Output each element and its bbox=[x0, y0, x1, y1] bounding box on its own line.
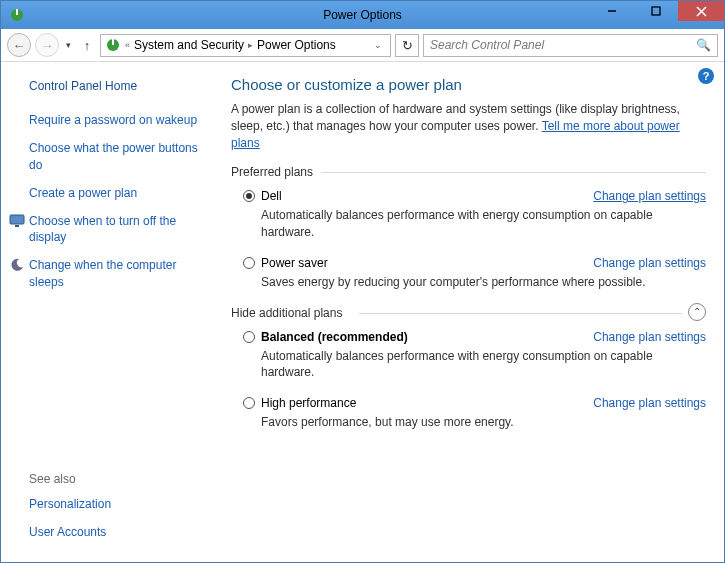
sidebar-power-buttons[interactable]: Choose what the power buttons do bbox=[29, 140, 211, 172]
plan-radio-balanced[interactable] bbox=[243, 331, 255, 343]
breadcrumb-sep-icon: ▸ bbox=[246, 40, 255, 50]
svg-rect-9 bbox=[15, 225, 19, 227]
plan-radio-power-saver[interactable] bbox=[243, 257, 255, 269]
control-panel-icon bbox=[105, 37, 121, 53]
address-dropdown-icon[interactable]: ⌄ bbox=[370, 40, 386, 50]
svg-rect-8 bbox=[10, 215, 24, 224]
refresh-button[interactable]: ↻ bbox=[395, 34, 419, 57]
up-button[interactable]: ↑ bbox=[78, 36, 96, 54]
hide-additional-plans-label: Hide additional plans ⌃ bbox=[231, 306, 706, 320]
breadcrumb-seg-2[interactable]: Power Options bbox=[257, 38, 336, 52]
svg-rect-3 bbox=[652, 7, 660, 15]
control-panel-home-link[interactable]: Control Panel Home bbox=[29, 78, 211, 94]
svg-rect-7 bbox=[112, 39, 114, 45]
change-plan-settings-link[interactable]: Change plan settings bbox=[593, 189, 706, 203]
plan-name: Power saver bbox=[261, 256, 328, 270]
sidebar-create-plan[interactable]: Create a power plan bbox=[29, 185, 211, 201]
change-plan-settings-link[interactable]: Change plan settings bbox=[593, 396, 706, 410]
plan-name: High performance bbox=[261, 396, 356, 410]
sidebar-require-password[interactable]: Require a password on wakeup bbox=[29, 112, 211, 128]
see-also-user-accounts[interactable]: User Accounts bbox=[29, 524, 211, 540]
plan-radio-high-performance[interactable] bbox=[243, 397, 255, 409]
page-description: A power plan is a collection of hardware… bbox=[231, 101, 706, 151]
sidebar-sleep[interactable]: Change when the computer sleeps bbox=[29, 257, 211, 289]
plan-name: Balanced (recommended) bbox=[261, 330, 408, 344]
history-dropdown[interactable]: ▾ bbox=[63, 40, 74, 50]
preferred-plans-label: Preferred plans bbox=[231, 165, 706, 179]
collapse-icon[interactable]: ⌃ bbox=[688, 303, 706, 321]
see-also-label: See also bbox=[29, 472, 211, 486]
window-title: Power Options bbox=[323, 8, 402, 22]
address-bar[interactable]: « System and Security ▸ Power Options ⌄ bbox=[100, 34, 391, 57]
plan-power-saver: Power saver Change plan settings Saves e… bbox=[243, 256, 706, 290]
plan-dell: Dell Change plan settings Automatically … bbox=[243, 189, 706, 239]
plan-name: Dell bbox=[261, 189, 282, 203]
breadcrumb-sep-icon: « bbox=[123, 40, 132, 50]
main-content: Choose or customize a power plan A power… bbox=[221, 62, 724, 562]
close-button[interactable] bbox=[678, 1, 724, 21]
forward-button[interactable]: → bbox=[35, 33, 59, 57]
plan-description: Favors performance, but may use more ene… bbox=[261, 414, 661, 430]
page-heading: Choose or customize a power plan bbox=[231, 76, 706, 93]
svg-rect-1 bbox=[16, 9, 18, 15]
app-icon bbox=[7, 5, 27, 25]
sidebar-display-off[interactable]: Choose when to turn off the display bbox=[29, 213, 211, 245]
plan-description: Automatically balances performance with … bbox=[261, 348, 661, 380]
see-also-personalization[interactable]: Personalization bbox=[29, 496, 211, 512]
toolbar: ← → ▾ ↑ « System and Security ▸ Power Op… bbox=[1, 29, 724, 62]
search-icon: 🔍 bbox=[696, 38, 711, 52]
change-plan-settings-link[interactable]: Change plan settings bbox=[593, 330, 706, 344]
plan-high-performance: High performance Change plan settings Fa… bbox=[243, 396, 706, 430]
breadcrumb-seg-1[interactable]: System and Security bbox=[134, 38, 244, 52]
plan-balanced: Balanced (recommended) Change plan setti… bbox=[243, 330, 706, 380]
monitor-icon bbox=[9, 213, 25, 229]
search-input[interactable]: Search Control Panel 🔍 bbox=[423, 34, 718, 57]
plan-radio-dell[interactable] bbox=[243, 190, 255, 202]
maximize-button[interactable] bbox=[634, 1, 678, 21]
change-plan-settings-link[interactable]: Change plan settings bbox=[593, 256, 706, 270]
help-icon[interactable]: ? bbox=[698, 68, 714, 84]
titlebar: Power Options bbox=[1, 1, 724, 29]
moon-icon bbox=[9, 257, 25, 273]
back-button[interactable]: ← bbox=[7, 33, 31, 57]
sidebar: Control Panel Home Require a password on… bbox=[1, 62, 221, 562]
search-placeholder: Search Control Panel bbox=[430, 38, 544, 52]
minimize-button[interactable] bbox=[590, 1, 634, 21]
plan-description: Automatically balances performance with … bbox=[261, 207, 661, 239]
plan-description: Saves energy by reducing your computer's… bbox=[261, 274, 661, 290]
